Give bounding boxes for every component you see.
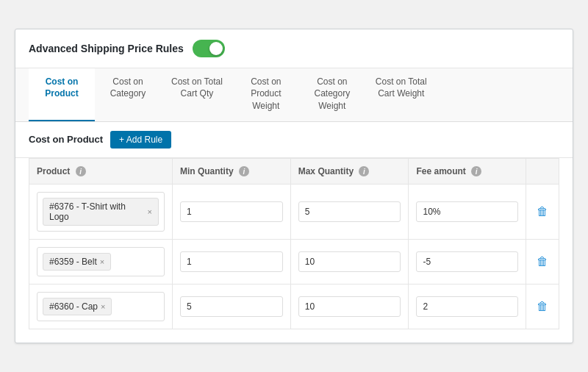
col-header-fee-amount: Fee amount i xyxy=(409,158,526,185)
max-quantity-input-1[interactable] xyxy=(298,251,401,272)
table-header-row: Product i Min Quantity i Max Quantity i … xyxy=(29,158,559,185)
shipping-price-rules-card: Advanced Shipping Price Rules Cost onPro… xyxy=(15,29,573,344)
min-qty-cell-2 xyxy=(172,285,290,329)
tab-cost-on-total-cart-qty[interactable]: Cost on TotalCart Qty xyxy=(161,68,233,121)
fee-amount-input-1[interactable] xyxy=(416,251,518,272)
max-qty-cell-0 xyxy=(290,185,409,240)
tab-cost-on-product[interactable]: Cost onProduct xyxy=(29,68,95,121)
tab-cost-on-product-weight[interactable]: Cost onProductWeight xyxy=(233,68,299,121)
toggle-slider xyxy=(193,40,225,57)
max-quantity-input-0[interactable] xyxy=(298,201,401,222)
product-cell-0: #6376 - T-Shirt with Logo× xyxy=(29,185,173,240)
product-input-1[interactable]: #6359 - Belt× xyxy=(37,247,165,276)
delete-row-button-1[interactable]: 🗑 xyxy=(534,252,551,271)
rules-table-container: Product i Min Quantity i Max Quantity i … xyxy=(15,158,573,343)
trash-icon-0: 🗑 xyxy=(537,205,548,218)
rules-table: Product i Min Quantity i Max Quantity i … xyxy=(29,158,559,330)
card-title: Advanced Shipping Price Rules xyxy=(29,43,184,54)
delete-cell-0: 🗑 xyxy=(526,185,559,240)
max-qty-cell-1 xyxy=(290,240,409,285)
fee-amount-cell-0 xyxy=(409,185,526,240)
section-header: Cost on Product + Add Rule xyxy=(15,122,573,158)
min-qty-cell-1 xyxy=(172,240,290,285)
product-tag-0: #6376 - T-Shirt with Logo× xyxy=(43,198,159,226)
col-header-actions xyxy=(526,158,559,185)
product-cell-1: #6359 - Belt× xyxy=(29,240,173,285)
min-quantity-input-1[interactable] xyxy=(180,251,283,272)
fee-amount-cell-2 xyxy=(409,285,526,329)
trash-icon-1: 🗑 xyxy=(537,255,548,268)
max-quantity-info-icon[interactable]: i xyxy=(359,166,369,176)
enable-toggle[interactable] xyxy=(193,40,225,57)
section-title: Cost on Product xyxy=(29,134,103,145)
product-input-0[interactable]: #6376 - T-Shirt with Logo× xyxy=(37,192,165,232)
product-tag-1: #6359 - Belt× xyxy=(43,253,111,271)
delete-cell-1: 🗑 xyxy=(526,240,559,285)
product-info-icon[interactable]: i xyxy=(76,166,86,176)
trash-icon-2: 🗑 xyxy=(537,300,548,312)
product-cell-2: #6360 - Cap× xyxy=(29,285,173,329)
product-tag-2: #6360 - Cap× xyxy=(43,298,112,315)
tab-cost-on-category-weight[interactable]: Cost onCategoryWeight xyxy=(299,68,365,121)
tabs-container: Cost onProduct Cost onCategory Cost on T… xyxy=(15,68,573,122)
product-tag-remove-2[interactable]: × xyxy=(101,302,105,311)
fee-amount-input-2[interactable] xyxy=(416,296,518,317)
add-rule-button[interactable]: + Add Rule xyxy=(110,131,171,149)
delete-row-button-0[interactable]: 🗑 xyxy=(534,202,551,221)
fee-amount-info-icon[interactable]: i xyxy=(471,166,481,176)
tab-cost-on-category[interactable]: Cost onCategory xyxy=(95,68,161,121)
product-tag-remove-0[interactable]: × xyxy=(148,207,152,216)
min-quantity-input-2[interactable] xyxy=(180,296,283,317)
delete-cell-2: 🗑 xyxy=(526,285,559,329)
max-qty-cell-2 xyxy=(290,285,409,329)
min-qty-cell-0 xyxy=(172,185,290,240)
min-quantity-input-0[interactable] xyxy=(180,201,283,222)
table-row: #6359 - Belt×🗑 xyxy=(29,240,559,285)
fee-amount-cell-1 xyxy=(409,240,526,285)
delete-row-button-2[interactable]: 🗑 xyxy=(534,297,551,316)
card-header: Advanced Shipping Price Rules xyxy=(15,29,573,68)
col-header-min-quantity: Min Quantity i xyxy=(172,158,290,185)
product-tag-remove-1[interactable]: × xyxy=(100,257,104,266)
col-header-max-quantity: Max Quantity i xyxy=(290,158,409,185)
col-header-product: Product i xyxy=(29,158,173,185)
table-row: #6360 - Cap×🗑 xyxy=(29,285,559,329)
min-quantity-info-icon[interactable]: i xyxy=(239,166,249,176)
product-input-2[interactable]: #6360 - Cap× xyxy=(37,292,165,321)
table-row: #6376 - T-Shirt with Logo×🗑 xyxy=(29,185,559,240)
tab-cost-on-total-cart-weight[interactable]: Cost on TotalCart Weight xyxy=(365,68,437,121)
max-quantity-input-2[interactable] xyxy=(298,296,401,317)
fee-amount-input-0[interactable] xyxy=(416,201,518,222)
